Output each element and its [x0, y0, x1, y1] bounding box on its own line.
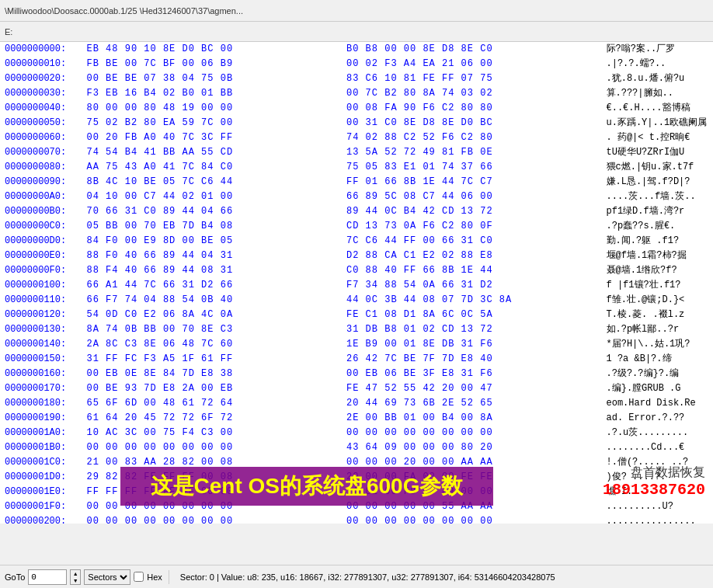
table-row: 0000000090:8B 4C 10 BE 05 7C C6 44FF 01 … — [0, 175, 713, 190]
ascii-col: T.棱.菱. .裰l.z — [607, 308, 714, 322]
ascii-col: ....茨...f墙.茨.. — [607, 190, 714, 204]
hex-col1: 04 10 00 C7 44 02 01 00 — [87, 190, 347, 204]
hex-address: 00000000B0: — [0, 204, 87, 219]
ascii-col: ................ — [607, 514, 714, 524]
hex-col2: 31 DB B8 01 02 CD 13 72 — [346, 322, 607, 337]
table-row: 00000001B0:00 00 00 00 00 00 00 0043 64 … — [0, 440, 713, 455]
hex-col2: 74 02 88 C2 52 F6 C2 80 — [346, 130, 607, 145]
hex-checkbox[interactable] — [134, 572, 144, 582]
hex-col1: 88 F4 40 66 89 44 08 31 — [87, 263, 347, 278]
hex-col2: B0 B8 00 00 8E D8 8E C0 — [346, 42, 607, 57]
hex-col2: D2 88 CA C1 E2 02 88 E8 — [346, 249, 607, 263]
ascii-col: 1 ?a &B|?.缔 — [607, 352, 714, 367]
hex-col1: 66 F7 74 04 88 54 0B 40 — [87, 293, 347, 308]
hex-col2: CD 13 73 0A F6 C2 80 0F — [346, 219, 607, 234]
hex-address: 00000000E0: — [0, 249, 87, 263]
hex-col1: 80 00 00 80 48 19 00 00 — [87, 101, 347, 116]
hex-col1: 31 FF FC F3 A5 1F 61 FF — [87, 352, 347, 367]
hex-address: 0000000060: — [0, 130, 87, 145]
hex-col1: 05 BB 00 70 EB 7D B4 08 — [87, 219, 347, 234]
hex-col2: 75 05 83 E1 01 74 37 66 — [346, 160, 607, 175]
ascii-col: 聂@墙.1绺欣?f? — [607, 263, 714, 278]
ascii-col: eom.Hard Disk.Re — [607, 396, 714, 411]
table-row: 0000000030:F3 EB 16 B4 02 B0 01 BB00 7C … — [0, 86, 713, 101]
ascii-col: 猥c燃.|钥u.家.t7f — [607, 160, 714, 175]
hex-col1: 74 54 B4 41 BB AA 55 CD — [87, 145, 347, 160]
hex-col2: 83 C6 10 81 FE FF 07 75 — [346, 71, 607, 86]
hex-view: 0000000000:EB 48 90 10 8E D0 BC 00B0 B8 … — [0, 42, 713, 524]
table-row: 0000000100:66 A1 44 7C 66 31 D2 66F7 34 … — [0, 278, 713, 293]
ascii-col: ........Cd...€ — [607, 440, 714, 455]
table-row: 0000000020:00 BE BE 07 38 04 75 0B83 C6 … — [0, 71, 713, 86]
table-row: 0000000040:80 00 00 80 48 19 00 0000 08 … — [0, 101, 713, 116]
hex-col2: 2E 00 BB 01 00 B4 00 8A — [346, 411, 607, 426]
table-row: 00000000D0:84 F0 00 E9 8D 00 BE 057C C6 … — [0, 234, 713, 249]
table-row: 0000000010:FB BE 00 7C BF 00 06 B900 02 … — [0, 57, 713, 71]
table-row: 0000000050:75 02 B2 80 EA 59 7C 0000 31 … — [0, 116, 713, 130]
hex-address: 0000000180: — [0, 396, 87, 411]
hex-col2: 43 64 09 00 00 00 80 20 — [346, 440, 607, 455]
spinner-up[interactable]: ▲ — [71, 570, 80, 577]
hex-col2: 00 7C B2 80 8A 74 03 02 — [346, 86, 607, 101]
ascii-col: ..........U? — [607, 499, 714, 514]
hex-col1: F3 EB 16 B4 02 B0 01 BB — [87, 86, 347, 101]
hex-col2: 13 5A 52 72 49 81 FB 0E — [346, 145, 607, 160]
spinner-down[interactable]: ▼ — [71, 577, 80, 584]
ascii-col: f |f1镶?壮.f1? — [607, 278, 714, 293]
hex-col2: F7 34 88 54 0A 66 31 D2 — [346, 278, 607, 293]
ascii-col: 如.?p帐l鄙..?r — [607, 322, 714, 337]
hex-col1: 00 EB 0E 8E 84 7D E8 38 — [87, 367, 347, 381]
hex-label: Hex — [147, 572, 162, 582]
toolbar: E: — [0, 22, 713, 42]
table-row: 0000000120:54 0D C0 E2 06 8A 4C 0AFE C1 … — [0, 308, 713, 322]
table-row: 0000000110:66 F7 74 04 88 54 0B 4044 0C … — [0, 293, 713, 308]
hex-address: 0000000090: — [0, 175, 87, 190]
hex-col2: C0 88 40 FF 66 8B 1E 44 — [346, 263, 607, 278]
status-bar: GoTo ▲ ▼ Sectors Hex Sector: 0 | Value: … — [0, 565, 713, 588]
hex-address: 00000000A0: — [0, 190, 87, 204]
goto-input[interactable] — [28, 569, 67, 585]
hex-col1: 65 6F 6D 00 48 61 72 64 — [87, 396, 347, 411]
hex-address: 0000000130: — [0, 322, 87, 337]
hex-col2: 1E B9 00 01 8E DB 31 F6 — [346, 337, 607, 352]
hex-address: 00000001A0: — [0, 426, 87, 440]
hex-address: 0000000100: — [0, 278, 87, 293]
table-row: 00000000B0:70 66 31 C0 89 44 04 6689 44 … — [0, 204, 713, 219]
hex-address: 0000000150: — [0, 352, 87, 367]
table-row: 0000000150:31 FF FC F3 A5 1F 61 FF26 42 … — [0, 352, 713, 367]
hex-col2: FF 01 66 8B 1E 44 7C C7 — [346, 175, 607, 190]
table-row: 0000000190:61 64 20 45 72 72 6F 722E 00 … — [0, 411, 713, 426]
table-row: 00000001A0:10 AC 3C 00 75 F4 C3 0000 00 … — [0, 426, 713, 440]
hex-col1: 00 BE BE 07 38 04 75 0B — [87, 71, 347, 86]
goto-spinner[interactable]: ▲ ▼ — [70, 569, 81, 585]
path-text: \Milliwoodoo\Doosacc.0000ab.1/25 \Hed312… — [5, 6, 243, 16]
ascii-col: 际?嗡?案..厂罗 — [607, 42, 714, 57]
table-row: 00000000A0:04 10 00 C7 44 02 01 0066 89 … — [0, 190, 713, 204]
table-row: 0000000160:00 EB 0E 8E 84 7D E8 3800 EB … — [0, 367, 713, 381]
table-row: 0000000000:EB 48 90 10 8E D0 BC 00B0 B8 … — [0, 42, 713, 57]
hex-address: 0000000170: — [0, 381, 87, 396]
hex-col2: 00 00 00 00 00 00 00 00 — [346, 514, 607, 524]
hex-col1: 88 F0 40 66 89 44 04 31 — [87, 249, 347, 263]
ascii-col: .?级?.?编}?.编 — [607, 367, 714, 381]
ascii-col: 嫌.L恳.|驾.f?D|? — [607, 175, 714, 190]
ascii-col: ad. Error.?.?? — [607, 411, 714, 426]
hex-col2: 44 0C 3B 44 08 07 7D 3C 8A — [346, 293, 607, 308]
hex-address: 00000001E0: — [0, 485, 87, 499]
hex-col1: 54 0D C0 E2 06 8A 4C 0A — [87, 308, 347, 322]
hex-col1: AA 75 43 A0 41 7C 84 C0 — [87, 160, 347, 175]
hex-col1: 75 02 B2 80 EA 59 7C 00 — [87, 116, 347, 130]
hex-address: 00000001B0: — [0, 440, 87, 455]
hex-address: 00000001D0: — [0, 470, 87, 485]
unit-select[interactable]: Sectors — [84, 569, 130, 585]
hex-address: 0000000040: — [0, 101, 87, 116]
highlight-text: 这是Cent OS的系统盘600G参数 — [151, 471, 464, 501]
table-row: 00000000F0:88 F4 40 66 89 44 08 31C0 88 … — [0, 263, 713, 278]
table-row: 0000000080:AA 75 43 A0 41 7C 84 C075 05 … — [0, 160, 713, 175]
table-row: 0000000200:00 00 00 00 00 00 00 0000 00 … — [0, 514, 713, 524]
ascii-col: €..€.H....豁博稿 — [607, 101, 714, 116]
hex-address: 00000000C0: — [0, 219, 87, 234]
hex-address: 0000000070: — [0, 145, 87, 160]
hex-col1: 66 A1 44 7C 66 31 D2 66 — [87, 278, 347, 293]
status-info: Sector: 0 | Value: u8: 235, u16: 18667, … — [180, 572, 555, 582]
